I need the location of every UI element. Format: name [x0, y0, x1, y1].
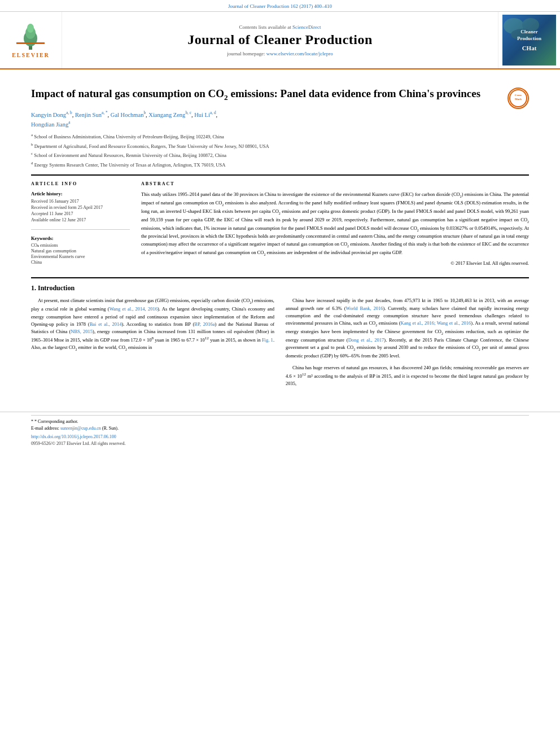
ref-fig1[interactable]: Fig. 1: [262, 337, 273, 343]
corresponding-label: * Corresponding author.: [34, 419, 78, 424]
introduction-title: 1. Introduction: [31, 284, 529, 292]
elsevier-logo: ELSEVIER: [12, 23, 50, 58]
intro-para1-left: At present, most climate scientists insi…: [31, 297, 274, 352]
article-title: Impact of natural gas consumption on CO2…: [31, 86, 529, 103]
svg-text:Mark: Mark: [515, 98, 522, 101]
email-line: E-mail address: sunrenjin@cup.edu.cn (R.…: [31, 426, 529, 431]
crossmark-icon: Cross Mark: [509, 89, 528, 108]
introduction-body: At present, most climate scientists insi…: [31, 297, 529, 392]
revised-date: Received in revised form 25 April 2017: [31, 205, 130, 210]
email-label: E-mail address:: [31, 426, 59, 431]
issn-copyright: 0959-6526/© 2017 Elsevier Ltd. All right…: [31, 441, 529, 446]
intro-para2-right: China has huge reserves of natural gas r…: [286, 364, 529, 387]
affiliation-b: b Department of Agricultural, Food and R…: [31, 142, 529, 150]
affiliation-a: a School of Business Administration, Chi…: [31, 132, 529, 141]
footer-section: * * Corresponding author. E-mail address…: [0, 412, 560, 452]
cleaner-production-logo: Cleaner Production CHat: [502, 15, 556, 65]
page-wrapper: Journal of Cleaner Production 162 (2017)…: [0, 0, 560, 452]
keyword-ekc: Environmental Kuznets curve: [31, 254, 130, 259]
ref-bp-2016a[interactable]: BP, 2016a: [194, 321, 215, 327]
corresponding-author-note: * * Corresponding author.: [31, 419, 529, 424]
section-title: Introduction: [38, 284, 75, 292]
ref-wang-2014[interactable]: Wang et al., 2014, 2016: [110, 306, 158, 312]
svg-rect-4: [16, 42, 45, 44]
main-content: Cross Mark Impact of natural gas consump…: [0, 69, 560, 400]
author-hui-li[interactable]: Hui Li: [194, 111, 210, 117]
ref-bai-2014[interactable]: Bai et al., 2014: [90, 321, 122, 327]
crossmark-circle: Cross Mark: [508, 88, 529, 109]
journal-reference-bar: Journal of Cleaner Production 162 (2017)…: [0, 0, 560, 12]
abstract-column: Abstract This study utilizes 1995–2014 p…: [141, 181, 529, 267]
doi-link[interactable]: http://dx.doi.org/10.1016/j.jclepro.2017…: [31, 434, 529, 439]
keywords-label: Keywords:: [31, 235, 130, 241]
elsevier-logo-container: ELSEVIER: [0, 12, 62, 68]
science-direct-link[interactable]: ScienceDirect: [292, 24, 321, 30]
keyword-natural-gas: Natural gas consumption: [31, 248, 130, 254]
journal-header: ELSEVIER Contents lists available at Sci…: [0, 12, 560, 69]
intro-right-col: China have increased rapidly in the past…: [286, 297, 529, 392]
abstract-heading: Abstract: [141, 181, 529, 186]
analyzed-word: analyzed: [259, 200, 275, 206]
author-renjin-sun[interactable]: Renjin Sun: [75, 111, 102, 117]
crossmark-badge: Cross Mark: [508, 88, 529, 109]
article-info-abstract-section: Article Info Article history: Received 1…: [31, 174, 529, 267]
journal-title-area: Contents lists available at ScienceDirec…: [62, 12, 498, 68]
article-info-column: Article Info Article history: Received 1…: [31, 181, 130, 267]
homepage-label: journal homepage:: [227, 51, 265, 56]
journal-title: Journal of Cleaner Production: [187, 32, 373, 47]
cp-logo-container: Cleaner Production CHat: [498, 12, 560, 68]
email-suffix: (R. Sun).: [102, 426, 119, 431]
cp-logo-line1: Cleaner: [520, 29, 538, 34]
ref-nbs-2015[interactable]: NBS, 2015: [71, 329, 93, 334]
section-number: 1.: [31, 284, 36, 292]
history-label: Article history:: [31, 191, 130, 196]
intro-para1-right: China have increased rapidly in the past…: [286, 297, 529, 360]
author-email-link[interactable]: sunrenjin@cup.edu.cn: [60, 426, 101, 431]
affiliations-block: a School of Business Administration, Chi…: [31, 132, 529, 169]
cp-logo-text: Cleaner Production: [517, 29, 541, 42]
keyword-china: China: [31, 260, 130, 265]
svg-text:Cross: Cross: [515, 94, 522, 97]
received-date: Received 16 January 2017: [31, 199, 130, 204]
article-info-heading: Article Info: [31, 181, 130, 186]
elsevier-wordmark: ELSEVIER: [12, 52, 50, 58]
author-gal-hochman[interactable]: Gal Hochman: [111, 111, 144, 117]
elsevier-tree-icon: [14, 23, 47, 51]
author-hongdian-jiang[interactable]: Hongdian Jiang: [31, 121, 68, 127]
authors-line: Kangyin Donga, b, Renjin Suna, *, Gal Ho…: [31, 110, 529, 129]
contents-text: Contents lists available at: [239, 24, 291, 30]
copyright-line: © 2017 Elsevier Ltd. All rights reserved…: [141, 260, 529, 266]
introduction-section: 1. Introduction At present, most climate…: [31, 277, 529, 392]
keyword-co2: CO₂ emissions: [31, 243, 130, 248]
contents-available-line: Contents lists available at ScienceDirec…: [239, 24, 321, 30]
journal-reference-text: Journal of Cleaner Production 162 (2017)…: [228, 3, 332, 9]
svg-point-3: [27, 24, 34, 33]
intro-left-col: At present, most climate scientists insi…: [31, 297, 274, 392]
ref-dong-2017[interactable]: Dong et al., 2017: [348, 337, 384, 343]
ref-kang-2016[interactable]: Kang et al., 2016; Wang et al., 2016: [401, 320, 471, 326]
cp-chat-label: CHat: [522, 45, 537, 51]
author-xiangang-zeng[interactable]: Xiangang Zeng: [148, 111, 185, 117]
abstract-text: This study utilizes 1995–2014 panel data…: [141, 191, 529, 257]
article-history-block: Article history: Received 16 January 201…: [31, 191, 130, 230]
affiliation-c: c School of Environment and Natural Reso…: [31, 151, 529, 159]
affiliation-d: d Energy Systems Research Center, The Un…: [31, 160, 529, 169]
available-date: Available online 12 June 2017: [31, 217, 130, 222]
keywords-block: Keywords: CO₂ emissions Natural gas cons…: [31, 235, 130, 265]
accepted-date: Accepted 11 June 2017: [31, 211, 130, 216]
homepage-url[interactable]: www.elsevier.com/locate/jclepro: [266, 51, 333, 56]
cp-logo-line2: Production: [517, 36, 541, 41]
article-title-block: Cross Mark Impact of natural gas consump…: [31, 86, 529, 103]
author-kangyin-dong[interactable]: Kangyin Dong: [31, 111, 66, 117]
ref-world-bank-2016[interactable]: World Bank, 2016: [346, 305, 383, 311]
homepage-line: journal homepage: www.elsevier.com/locat…: [227, 51, 333, 56]
